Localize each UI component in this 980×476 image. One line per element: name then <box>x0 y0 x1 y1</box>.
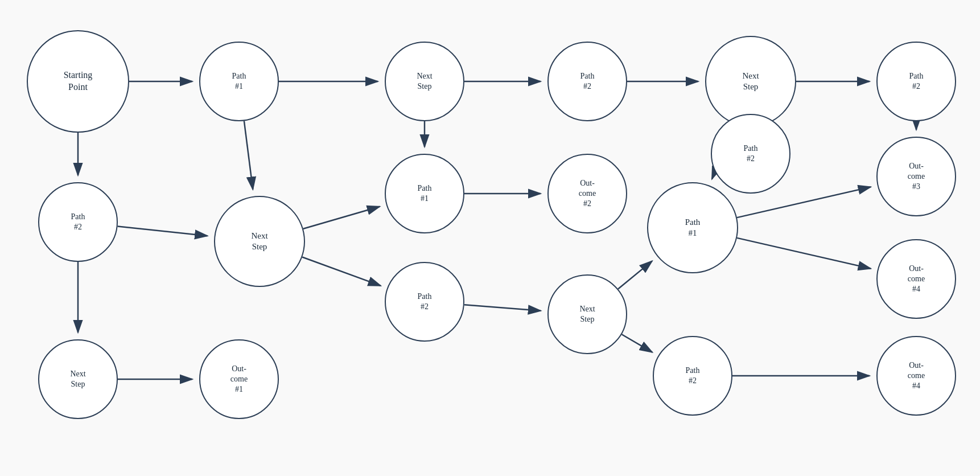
svg-line-17 <box>618 261 652 289</box>
svg-line-13 <box>464 305 541 310</box>
node-outcome1-bottom[interactable]: Out-come#1 <box>199 339 279 419</box>
svg-line-10 <box>303 207 380 229</box>
node-next-step-top[interactable]: NextStep <box>385 42 464 121</box>
node-next-step-lower[interactable]: NextStep <box>547 274 627 354</box>
node-outcome4-mid[interactable]: Out-come#4 <box>876 239 956 319</box>
node-start[interactable]: StartingPoint <box>27 30 129 133</box>
node-path2-top2[interactable]: Path#2 <box>547 42 627 121</box>
svg-line-8 <box>244 121 253 189</box>
svg-line-18 <box>621 334 652 352</box>
node-next-step-mid[interactable]: NextStep <box>214 196 305 287</box>
node-next-step-top2[interactable]: NextStep <box>705 36 796 127</box>
node-path1-mid[interactable]: Path#1 <box>385 154 464 233</box>
node-path2-left[interactable]: Path#2 <box>38 182 118 262</box>
svg-line-20 <box>737 238 871 269</box>
node-outcome3-far[interactable]: Out-come#3 <box>876 137 956 216</box>
diagram-container: StartingPointPath#1NextStepPath#2NextSte… <box>0 0 980 476</box>
svg-line-11 <box>302 257 381 285</box>
arrows-svg <box>0 0 980 476</box>
node-outcome2-mid[interactable]: Out-come#2 <box>547 154 627 233</box>
node-next-step-bottom[interactable]: NextStep <box>38 339 118 419</box>
node-path2-mid[interactable]: Path#2 <box>385 262 464 342</box>
svg-line-7 <box>118 226 208 236</box>
node-path1-top[interactable]: Path#1 <box>199 42 279 121</box>
node-path2-far-top[interactable]: Path#2 <box>876 42 956 121</box>
node-next-step-top2-down[interactable]: Path#2 <box>711 114 790 194</box>
node-path1-right[interactable]: Path#1 <box>647 182 738 273</box>
node-path2-lower-right[interactable]: Path#2 <box>653 336 732 416</box>
node-outcome4-bottom[interactable]: Out-come#4 <box>876 336 956 416</box>
